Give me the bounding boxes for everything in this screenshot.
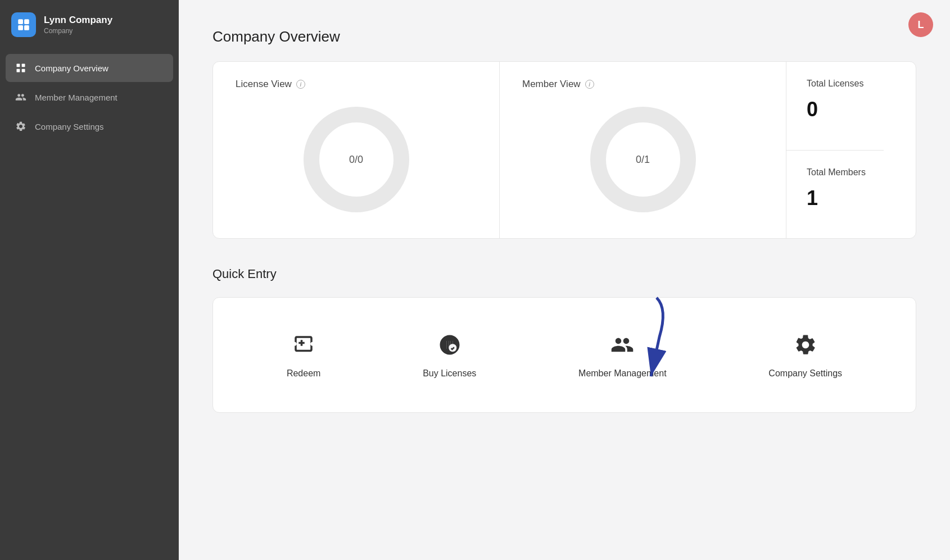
overview-icon xyxy=(15,62,27,74)
svg-rect-1 xyxy=(24,19,29,24)
member-donut-label: 0/1 xyxy=(636,154,650,166)
sidebar-item-company-settings[interactable]: Company Settings xyxy=(6,112,173,140)
svg-rect-2 xyxy=(18,25,23,30)
member-management-icon xyxy=(609,331,636,358)
quick-entry-title: Quick Entry xyxy=(212,267,916,281)
sidebar-item-label: Company Overview xyxy=(35,63,108,73)
quick-entry-card: Redeem Buy Licenses xyxy=(212,297,916,413)
buy-licenses-icon xyxy=(436,331,463,358)
sidebar-header: Lynn Company Company xyxy=(0,0,179,49)
sidebar-item-member-management[interactable]: Member Management xyxy=(6,83,173,111)
company-info: Lynn Company Company xyxy=(44,15,112,35)
quick-entry-buy-licenses[interactable]: Buy Licenses xyxy=(406,326,493,384)
svg-rect-0 xyxy=(18,19,23,24)
member-view-chart: 0/1 xyxy=(522,103,763,216)
quick-entry-member-management[interactable]: Member Management xyxy=(562,326,684,384)
svg-rect-7 xyxy=(22,69,25,72)
sidebar-nav: Company Overview Member Management Compa… xyxy=(0,49,179,145)
redeem-label: Redeem xyxy=(287,368,320,379)
avatar[interactable]: L xyxy=(908,12,933,37)
overview-cards: License View i 0/0 Member View i xyxy=(212,61,916,239)
company-settings-icon xyxy=(792,331,819,358)
app-logo xyxy=(11,12,36,37)
license-donut-label: 0/0 xyxy=(349,154,363,166)
total-members-label: Total Members xyxy=(807,167,866,177)
sidebar-item-label: Member Management xyxy=(35,93,117,102)
svg-rect-3 xyxy=(24,25,29,30)
member-view-card: Member View i 0/1 xyxy=(500,62,786,238)
license-view-info-icon[interactable]: i xyxy=(296,80,305,89)
total-licenses-label: Total Licenses xyxy=(807,79,863,89)
sidebar-item-company-overview[interactable]: Company Overview xyxy=(6,54,173,82)
page-title: Company Overview xyxy=(212,28,916,45)
company-settings-label: Company Settings xyxy=(768,368,842,379)
license-view-chart: 0/0 xyxy=(236,103,477,216)
member-management-label: Member Management xyxy=(578,368,667,379)
svg-rect-4 xyxy=(17,64,20,67)
redeem-icon xyxy=(290,331,317,358)
svg-rect-5 xyxy=(22,64,25,67)
quick-entry-company-settings[interactable]: Company Settings xyxy=(752,326,859,384)
members-icon xyxy=(15,91,27,103)
total-members-value: 1 xyxy=(807,186,866,210)
total-licenses-block: Total Licenses 0 xyxy=(786,62,884,151)
main-content: L Company Overview License View i 0/0 M xyxy=(179,0,950,560)
company-name: Lynn Company xyxy=(44,15,112,26)
total-licenses-value: 0 xyxy=(807,98,863,121)
company-sub: Company xyxy=(44,27,112,35)
stats-card: Total Licenses 0 Total Members 1 xyxy=(786,62,916,238)
member-view-title: Member View i xyxy=(522,79,594,90)
settings-icon xyxy=(15,120,27,133)
total-members-block: Total Members 1 xyxy=(786,151,886,239)
quick-entry-redeem[interactable]: Redeem xyxy=(270,326,337,384)
svg-rect-6 xyxy=(17,69,20,72)
member-view-info-icon[interactable]: i xyxy=(585,80,594,89)
license-view-card: License View i 0/0 xyxy=(213,62,500,238)
license-donut: 0/0 xyxy=(300,103,413,216)
member-donut: 0/1 xyxy=(587,103,699,216)
sidebar-item-label: Company Settings xyxy=(35,122,104,131)
buy-licenses-label: Buy Licenses xyxy=(423,368,476,379)
license-view-title: License View i xyxy=(236,79,305,90)
sidebar: Lynn Company Company Company Overview xyxy=(0,0,179,560)
